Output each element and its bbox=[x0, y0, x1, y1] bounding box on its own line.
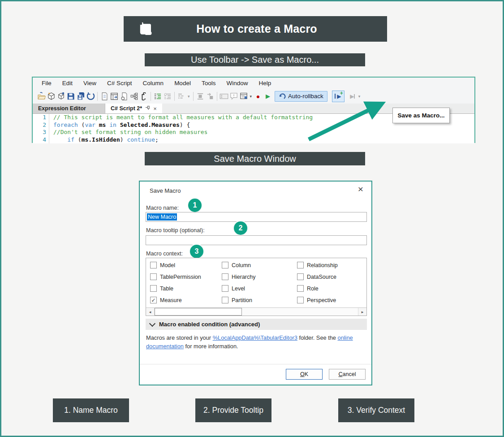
context-option-level[interactable]: Level bbox=[222, 285, 297, 292]
toolbar-separator bbox=[174, 92, 175, 101]
package-icon[interactable] bbox=[46, 92, 56, 101]
toolbar-separator bbox=[97, 92, 98, 101]
context-option-tablepermission[interactable]: TablePermission bbox=[150, 273, 222, 281]
sort-options-icon[interactable] bbox=[177, 92, 186, 101]
macro-context-label: Macro context: bbox=[146, 251, 183, 257]
context-option-model[interactable]: Model bbox=[150, 261, 222, 269]
menu-item-view[interactable]: View bbox=[78, 80, 102, 87]
menu-item-model[interactable]: Model bbox=[169, 80, 196, 87]
localappdata-link[interactable]: %LocalAppData%\TabularEditor3 bbox=[213, 334, 297, 341]
selected-text: New Macro bbox=[147, 213, 177, 221]
open-folder-icon[interactable] bbox=[36, 92, 46, 101]
menu-bar: File Edit View C# Script Column Model To… bbox=[33, 78, 474, 89]
window-layout-caret-icon[interactable]: ▾ bbox=[250, 94, 252, 99]
context-option-partition[interactable]: Partition bbox=[222, 296, 297, 304]
menu-item-file[interactable]: File bbox=[36, 80, 57, 87]
save-icon[interactable] bbox=[66, 92, 76, 101]
checkbox bbox=[222, 262, 228, 268]
tab-csharp-script[interactable]: C# Script 2* × bbox=[105, 104, 162, 113]
macro-context-listbox: Model Column Relationship TablePermissio… bbox=[146, 258, 367, 316]
refresh-icon[interactable] bbox=[86, 92, 95, 101]
cancel-button[interactable]: Cancel bbox=[329, 369, 366, 380]
menu-item-tools[interactable]: Tools bbox=[196, 80, 221, 87]
format-selection-icon[interactable] bbox=[163, 92, 172, 101]
menu-item-help[interactable]: Help bbox=[253, 80, 276, 87]
context-option-column[interactable]: Column bbox=[222, 261, 297, 269]
save-macro-window-banner: Save Macro Window bbox=[145, 152, 365, 165]
step-badge-3: 3 bbox=[190, 245, 203, 258]
context-option-perspective[interactable]: Perspective bbox=[297, 296, 366, 304]
close-tab-icon[interactable]: × bbox=[153, 105, 157, 112]
step-badge-2: 2 bbox=[234, 221, 247, 235]
sort-options-caret-icon[interactable]: ▾ bbox=[188, 94, 190, 99]
document-icon[interactable] bbox=[99, 92, 109, 101]
advanced-section-label: Macro enabled condition (advanced) bbox=[159, 321, 260, 328]
checkbox bbox=[222, 273, 228, 280]
textbox-icon[interactable] bbox=[219, 92, 229, 101]
save-as-macro-tooltip: Save as Macro... bbox=[392, 108, 450, 123]
context-option-role[interactable]: Role bbox=[297, 285, 366, 292]
run-script-icon[interactable]: ▶ bbox=[263, 92, 273, 101]
scroll-icon bbox=[135, 20, 153, 38]
context-option-datasource[interactable]: DataSource bbox=[297, 273, 366, 281]
macro-plus-icon: + bbox=[340, 90, 343, 96]
macro-bar-icon bbox=[335, 94, 336, 99]
context-option-hierarchy[interactable]: Hierarchy bbox=[222, 273, 297, 281]
comment-icon[interactable] bbox=[229, 92, 239, 101]
dialog-close-icon[interactable]: × bbox=[358, 184, 363, 194]
context-option-measure[interactable]: ✓Measure bbox=[150, 296, 222, 304]
rollback-arrow-icon bbox=[279, 93, 286, 100]
hierarchy-icon[interactable] bbox=[129, 92, 139, 101]
run-macro-disabled-icon[interactable]: ▶ bbox=[347, 92, 357, 101]
dialog-footer-divider bbox=[140, 364, 371, 364]
checkbox bbox=[150, 273, 157, 280]
horizontal-scrollbar[interactable]: ◂ ▸ bbox=[146, 307, 366, 316]
script-icon[interactable] bbox=[139, 92, 149, 101]
code-lines: // This script is meant to format all me… bbox=[49, 114, 313, 143]
auto-rollback-label: Auto-rollback bbox=[288, 93, 323, 100]
scroll-left-icon[interactable]: ◂ bbox=[146, 308, 155, 316]
table-properties-icon[interactable] bbox=[109, 92, 119, 101]
menu-item-edit[interactable]: Edit bbox=[57, 80, 78, 87]
page-refresh-icon[interactable] bbox=[119, 92, 129, 101]
macro-tooltip-input[interactable] bbox=[146, 235, 367, 245]
scroll-right-icon[interactable]: ▸ bbox=[358, 308, 366, 316]
macro-storage-info: Macros are stored in your %LocalAppData%… bbox=[146, 333, 368, 350]
ok-button[interactable]: OK bbox=[286, 369, 323, 380]
save-all-icon[interactable] bbox=[76, 92, 86, 101]
format-script-icon[interactable] bbox=[153, 92, 163, 101]
code-line: if (ms.IsHidden) continue; bbox=[53, 136, 313, 144]
step-badge-1: 1 bbox=[188, 199, 202, 212]
run-macro-caret-icon[interactable]: ▾ bbox=[358, 94, 361, 99]
context-option-table[interactable]: Table bbox=[150, 285, 222, 292]
checkbox bbox=[150, 262, 157, 268]
toolbar-instruction-banner: Use Toolbar -> Save as Macro... bbox=[145, 53, 365, 66]
toolbar: ▾ bbox=[33, 89, 474, 104]
tab-expression-editor[interactable]: Expression Editor bbox=[33, 104, 105, 113]
window-layout-icon[interactable] bbox=[239, 92, 249, 101]
context-option-relationship[interactable]: Relationship bbox=[297, 261, 366, 269]
menu-item-column[interactable]: Column bbox=[138, 80, 169, 87]
auto-rollback-button[interactable]: Auto-rollback bbox=[275, 91, 327, 102]
save-macro-dialog: Save Macro × Macro name: 1 New Macro Mac… bbox=[139, 181, 372, 385]
macro-name-input[interactable]: New Macro bbox=[146, 212, 367, 222]
toolbar-separator bbox=[151, 92, 151, 101]
checkbox bbox=[222, 297, 228, 303]
menu-item-window[interactable]: Window bbox=[221, 80, 253, 87]
save-as-macro-button[interactable]: ▶ + bbox=[332, 91, 345, 102]
checkbox: ✓ bbox=[150, 297, 157, 303]
menu-item-csharp-script[interactable]: C# Script bbox=[102, 80, 138, 87]
checkbox bbox=[297, 273, 304, 280]
deploy-package-icon[interactable] bbox=[56, 92, 66, 101]
macro-tooltip-label: Macro tooltip (optional): bbox=[146, 227, 205, 234]
record-macro-icon[interactable]: ● bbox=[253, 92, 263, 101]
pin-icon[interactable] bbox=[145, 105, 150, 112]
checkbox bbox=[297, 285, 304, 292]
macro-name-label: Macro name: bbox=[146, 205, 179, 211]
move-icon[interactable] bbox=[205, 92, 215, 101]
infographic-canvas: How to create a Macro Use Toolbar -> Sav… bbox=[0, 0, 504, 437]
scrollbar-thumb[interactable] bbox=[155, 308, 242, 316]
line-number-gutter: 1 2 3 4 bbox=[33, 114, 49, 143]
advanced-section-header[interactable]: Macro enabled condition (advanced) bbox=[146, 319, 367, 330]
align-icon[interactable] bbox=[195, 92, 205, 101]
